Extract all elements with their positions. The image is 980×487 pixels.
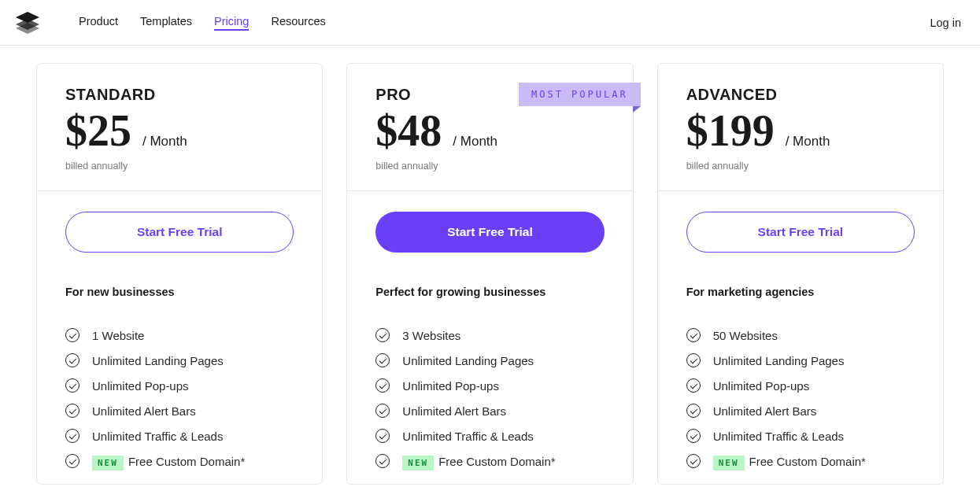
- price-row: $48/ Month: [375, 109, 604, 153]
- check-icon: [65, 378, 80, 393]
- check-icon: [375, 378, 390, 393]
- feature-item: Unlimited Traffic & Leads: [375, 429, 604, 443]
- check-icon: [65, 429, 80, 443]
- feature-item: Unlimited Alert Bars: [375, 404, 604, 418]
- feature-item: NEWFree Custom Domain*: [686, 454, 915, 468]
- feature-text: Unlimited Traffic & Leads: [713, 430, 844, 443]
- feature-item: Unlimited Landing Pages: [686, 353, 915, 367]
- feature-item: Unlimited Pop-ups: [686, 378, 915, 393]
- check-icon: [65, 328, 80, 342]
- feature-item: Unlimited Alert Bars: [65, 404, 294, 418]
- price-period: / Month: [786, 134, 830, 149]
- feature-item: 50 Websites: [686, 328, 915, 342]
- plan-tagline: For marketing agencies: [686, 286, 915, 298]
- plan-name: STANDARD: [65, 86, 294, 104]
- check-icon: [65, 353, 80, 367]
- check-icon: [375, 353, 390, 367]
- feature-item: Unlimited Traffic & Leads: [65, 429, 294, 443]
- plan-header: ADVANCED$199/ Monthbilled annually: [658, 64, 943, 191]
- plan-tagline: Perfect for growing businesses: [375, 286, 604, 298]
- feature-list: 1 WebsiteUnlimited Landing PagesUnlimite…: [65, 328, 294, 468]
- start-free-trial-button[interactable]: Start Free Trial: [686, 212, 915, 253]
- start-free-trial-button[interactable]: Start Free Trial: [65, 212, 294, 253]
- feature-text: NEWFree Custom Domain*: [713, 455, 866, 468]
- billed-note: billed annually: [375, 160, 604, 172]
- feature-item: NEWFree Custom Domain*: [375, 454, 604, 468]
- check-icon: [686, 429, 701, 443]
- login-link[interactable]: Log in: [930, 17, 961, 29]
- feature-text: Unlimited Pop-ups: [92, 379, 189, 393]
- feature-text: NEWFree Custom Domain*: [92, 455, 245, 468]
- feature-text: Unlimited Alert Bars: [402, 404, 506, 418]
- check-icon: [375, 328, 390, 342]
- nav-item-resources[interactable]: Resources: [271, 15, 325, 31]
- plan-name: ADVANCED: [686, 86, 915, 104]
- feature-text: 3 Websites: [402, 329, 460, 342]
- feature-text: Unlimited Landing Pages: [402, 354, 534, 367]
- plan-header: MOST POPULARPRO$48/ Monthbilled annually: [347, 64, 632, 191]
- price-period: / Month: [453, 134, 497, 149]
- feature-item: NEWFree Custom Domain*: [65, 454, 294, 468]
- feature-item: Unlimited Traffic & Leads: [686, 429, 915, 443]
- billed-note: billed annually: [65, 160, 294, 172]
- check-icon: [686, 328, 701, 342]
- plan-body: Start Free TrialPerfect for growing busi…: [347, 191, 632, 484]
- new-badge: NEW: [402, 456, 434, 470]
- feature-text: NEWFree Custom Domain*: [402, 455, 555, 468]
- price-row: $199/ Month: [686, 109, 915, 153]
- feature-item: Unlimited Pop-ups: [375, 378, 604, 393]
- feature-item: Unlimited Landing Pages: [65, 353, 294, 367]
- feature-text: Unlimited Landing Pages: [92, 354, 224, 367]
- check-icon: [686, 454, 701, 468]
- feature-text: Unlimited Pop-ups: [402, 379, 499, 393]
- new-badge: NEW: [713, 456, 745, 470]
- price-period: / Month: [142, 134, 187, 149]
- feature-text: 1 Website: [92, 329, 144, 342]
- check-icon: [375, 454, 390, 468]
- plan-card-advanced: ADVANCED$199/ Monthbilled annuallyStart …: [657, 63, 944, 485]
- feature-text: Unlimited Pop-ups: [713, 379, 810, 393]
- price-row: $25/ Month: [65, 109, 294, 153]
- logo-icon: [16, 12, 39, 34]
- plan-card-standard: STANDARD$25/ Monthbilled annuallyStart F…: [36, 63, 323, 485]
- price: $25: [65, 109, 131, 153]
- plan-card-pro: MOST POPULARPRO$48/ Monthbilled annually…: [346, 63, 633, 485]
- logo[interactable]: [16, 12, 39, 34]
- feature-text: Unlimited Alert Bars: [713, 404, 817, 418]
- check-icon: [65, 404, 80, 418]
- feature-item: 3 Websites: [375, 328, 604, 342]
- plan-body: Start Free TrialFor new businesses1 Webs…: [37, 191, 322, 484]
- feature-text: Unlimited Traffic & Leads: [402, 430, 533, 443]
- nav-item-templates[interactable]: Templates: [140, 15, 192, 31]
- feature-item: Unlimited Landing Pages: [375, 353, 604, 367]
- check-icon: [375, 404, 390, 418]
- nav: ProductTemplatesPricingResources: [79, 15, 326, 31]
- feature-text: Unlimited Landing Pages: [713, 354, 845, 367]
- price: $48: [375, 109, 442, 153]
- most-popular-ribbon: MOST POPULAR: [519, 83, 641, 106]
- plan-body: Start Free TrialFor marketing agencies50…: [658, 191, 943, 484]
- price: $199: [686, 109, 775, 153]
- nav-item-pricing[interactable]: Pricing: [214, 15, 249, 31]
- check-icon: [686, 404, 701, 418]
- feature-item: Unlimited Pop-ups: [65, 378, 294, 393]
- feature-item: Unlimited Alert Bars: [686, 404, 915, 418]
- check-icon: [65, 454, 80, 468]
- nav-item-product[interactable]: Product: [79, 15, 118, 31]
- feature-text: Unlimited Traffic & Leads: [92, 430, 223, 443]
- start-free-trial-button[interactable]: Start Free Trial: [375, 212, 604, 253]
- billed-note: billed annually: [686, 160, 915, 172]
- feature-list: 3 WebsitesUnlimited Landing PagesUnlimit…: [375, 328, 604, 468]
- plan-tagline: For new businesses: [65, 286, 294, 298]
- new-badge: NEW: [92, 456, 124, 470]
- check-icon: [375, 429, 390, 443]
- check-icon: [686, 378, 701, 393]
- feature-text: 50 Websites: [713, 329, 778, 342]
- feature-item: 1 Website: [65, 328, 294, 342]
- check-icon: [686, 353, 701, 367]
- feature-list: 50 WebsitesUnlimited Landing PagesUnlimi…: [686, 328, 915, 468]
- feature-text: Unlimited Alert Bars: [92, 404, 196, 418]
- header: ProductTemplatesPricingResources Log in: [0, 0, 980, 46]
- pricing-plans: STANDARD$25/ Monthbilled annuallyStart F…: [0, 46, 980, 485]
- plan-header: STANDARD$25/ Monthbilled annually: [37, 64, 322, 191]
